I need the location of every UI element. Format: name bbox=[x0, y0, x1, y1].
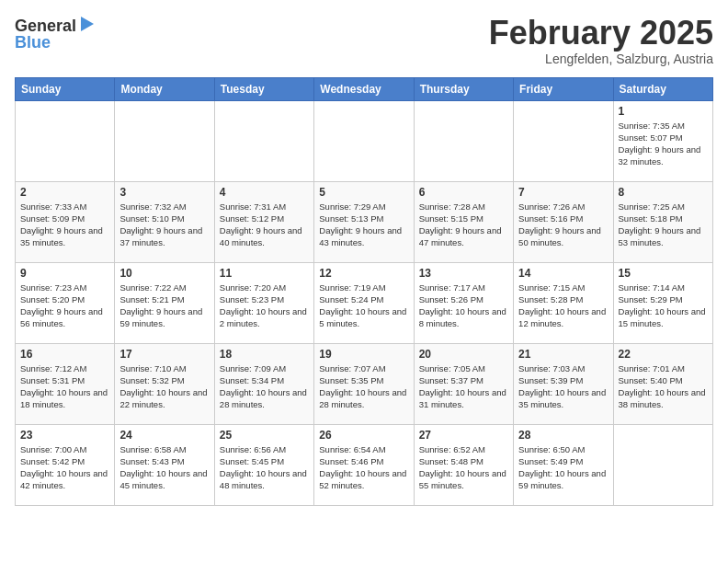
day-number: 17 bbox=[119, 348, 209, 361]
calendar-cell: 16Sunrise: 7:12 AM Sunset: 5:31 PM Dayli… bbox=[16, 343, 115, 424]
svg-text:Blue: Blue bbox=[15, 33, 51, 52]
calendar-cell: 7Sunrise: 7:26 AM Sunset: 5:16 PM Daylig… bbox=[514, 181, 613, 262]
day-number: 3 bbox=[119, 186, 209, 199]
day-info: Sunrise: 7:00 AM Sunset: 5:42 PM Dayligh… bbox=[20, 443, 109, 492]
day-info: Sunrise: 7:19 AM Sunset: 5:24 PM Dayligh… bbox=[319, 282, 408, 330]
day-info: Sunrise: 7:31 AM Sunset: 5:12 PM Dayligh… bbox=[220, 201, 309, 249]
day-info: Sunrise: 7:09 AM Sunset: 5:34 PM Dayligh… bbox=[220, 362, 309, 411]
day-number: 18 bbox=[220, 348, 309, 361]
day-number: 26 bbox=[319, 429, 408, 442]
day-info: Sunrise: 7:17 AM Sunset: 5:26 PM Dayligh… bbox=[419, 282, 508, 330]
day-number: 25 bbox=[220, 429, 309, 442]
calendar-week-1: 1Sunrise: 7:35 AM Sunset: 5:07 PM Daylig… bbox=[16, 100, 713, 181]
calendar-cell bbox=[16, 100, 115, 181]
calendar-cell: 27Sunrise: 6:52 AM Sunset: 5:48 PM Dayli… bbox=[414, 424, 513, 505]
calendar-week-4: 16Sunrise: 7:12 AM Sunset: 5:31 PM Dayli… bbox=[16, 343, 713, 424]
calendar-cell: 19Sunrise: 7:07 AM Sunset: 5:35 PM Dayli… bbox=[314, 343, 414, 424]
calendar-cell: 2Sunrise: 7:33 AM Sunset: 5:09 PM Daylig… bbox=[16, 181, 115, 262]
calendar-cell: 9Sunrise: 7:23 AM Sunset: 5:20 PM Daylig… bbox=[16, 262, 115, 343]
calendar-cell: 14Sunrise: 7:15 AM Sunset: 5:28 PM Dayli… bbox=[514, 262, 613, 343]
calendar-cell: 11Sunrise: 7:20 AM Sunset: 5:23 PM Dayli… bbox=[214, 262, 313, 343]
calendar-table: SundayMondayTuesdayWednesdayThursdayFrid… bbox=[15, 77, 713, 506]
col-header-friday: Friday bbox=[514, 77, 613, 100]
calendar-cell: 17Sunrise: 7:10 AM Sunset: 5:32 PM Dayli… bbox=[115, 343, 214, 424]
day-info: Sunrise: 7:15 AM Sunset: 5:28 PM Dayligh… bbox=[518, 282, 608, 330]
day-info: Sunrise: 7:29 AM Sunset: 5:13 PM Dayligh… bbox=[319, 201, 408, 249]
col-header-tuesday: Tuesday bbox=[214, 77, 313, 100]
day-number: 23 bbox=[20, 429, 109, 442]
calendar-cell bbox=[214, 100, 313, 181]
day-number: 7 bbox=[518, 186, 608, 199]
day-number: 8 bbox=[619, 186, 708, 199]
calendar-cell: 26Sunrise: 6:54 AM Sunset: 5:46 PM Dayli… bbox=[314, 424, 414, 505]
calendar-cell bbox=[514, 100, 613, 181]
day-info: Sunrise: 7:23 AM Sunset: 5:20 PM Dayligh… bbox=[20, 282, 109, 330]
calendar-cell: 6Sunrise: 7:28 AM Sunset: 5:15 PM Daylig… bbox=[414, 181, 513, 262]
day-number: 9 bbox=[20, 267, 109, 280]
calendar-cell: 21Sunrise: 7:03 AM Sunset: 5:39 PM Dayli… bbox=[514, 343, 613, 424]
day-info: Sunrise: 6:56 AM Sunset: 5:45 PM Dayligh… bbox=[220, 443, 309, 492]
day-number: 16 bbox=[20, 348, 109, 361]
calendar-cell: 25Sunrise: 6:56 AM Sunset: 5:45 PM Dayli… bbox=[214, 424, 313, 505]
day-info: Sunrise: 7:33 AM Sunset: 5:09 PM Dayligh… bbox=[20, 201, 109, 249]
calendar-header-row: SundayMondayTuesdayWednesdayThursdayFrid… bbox=[16, 77, 713, 100]
svg-marker-1 bbox=[81, 17, 94, 31]
day-number: 19 bbox=[319, 348, 408, 361]
calendar-week-3: 9Sunrise: 7:23 AM Sunset: 5:20 PM Daylig… bbox=[16, 262, 713, 343]
svg-text:General: General bbox=[15, 17, 76, 35]
calendar-cell: 23Sunrise: 7:00 AM Sunset: 5:42 PM Dayli… bbox=[16, 424, 115, 505]
logo: GeneralBlue bbox=[15, 15, 97, 53]
day-number: 10 bbox=[119, 267, 209, 280]
day-info: Sunrise: 7:05 AM Sunset: 5:37 PM Dayligh… bbox=[419, 362, 508, 411]
day-number: 2 bbox=[20, 186, 109, 199]
day-info: Sunrise: 7:14 AM Sunset: 5:29 PM Dayligh… bbox=[619, 282, 708, 330]
day-number: 21 bbox=[518, 348, 608, 361]
calendar-cell: 24Sunrise: 6:58 AM Sunset: 5:43 PM Dayli… bbox=[115, 424, 214, 505]
calendar-cell: 20Sunrise: 7:05 AM Sunset: 5:37 PM Dayli… bbox=[414, 343, 513, 424]
logo-svg: GeneralBlue bbox=[15, 15, 97, 53]
calendar-week-2: 2Sunrise: 7:33 AM Sunset: 5:09 PM Daylig… bbox=[16, 181, 713, 262]
day-number: 24 bbox=[119, 429, 209, 442]
day-number: 14 bbox=[518, 267, 608, 280]
day-info: Sunrise: 7:22 AM Sunset: 5:21 PM Dayligh… bbox=[119, 282, 209, 330]
day-info: Sunrise: 7:35 AM Sunset: 5:07 PM Dayligh… bbox=[619, 120, 708, 168]
day-info: Sunrise: 7:03 AM Sunset: 5:39 PM Dayligh… bbox=[518, 362, 608, 411]
day-info: Sunrise: 6:58 AM Sunset: 5:43 PM Dayligh… bbox=[119, 443, 209, 492]
day-number: 4 bbox=[220, 186, 309, 199]
calendar-week-5: 23Sunrise: 7:00 AM Sunset: 5:42 PM Dayli… bbox=[16, 424, 713, 505]
day-info: Sunrise: 6:54 AM Sunset: 5:46 PM Dayligh… bbox=[319, 443, 408, 492]
col-header-saturday: Saturday bbox=[613, 77, 712, 100]
calendar-cell: 15Sunrise: 7:14 AM Sunset: 5:29 PM Dayli… bbox=[613, 262, 712, 343]
day-info: Sunrise: 7:32 AM Sunset: 5:10 PM Dayligh… bbox=[119, 201, 209, 249]
day-info: Sunrise: 7:12 AM Sunset: 5:31 PM Dayligh… bbox=[20, 362, 109, 411]
day-number: 12 bbox=[319, 267, 408, 280]
day-number: 5 bbox=[319, 186, 408, 199]
day-number: 27 bbox=[419, 429, 508, 442]
calendar-cell: 10Sunrise: 7:22 AM Sunset: 5:21 PM Dayli… bbox=[115, 262, 214, 343]
col-header-monday: Monday bbox=[115, 77, 214, 100]
calendar-cell: 12Sunrise: 7:19 AM Sunset: 5:24 PM Dayli… bbox=[314, 262, 414, 343]
day-info: Sunrise: 7:07 AM Sunset: 5:35 PM Dayligh… bbox=[319, 362, 408, 411]
day-info: Sunrise: 6:50 AM Sunset: 5:49 PM Dayligh… bbox=[518, 443, 608, 492]
calendar-cell bbox=[115, 100, 214, 181]
calendar-cell: 5Sunrise: 7:29 AM Sunset: 5:13 PM Daylig… bbox=[314, 181, 414, 262]
calendar-cell: 22Sunrise: 7:01 AM Sunset: 5:40 PM Dayli… bbox=[613, 343, 712, 424]
calendar-cell: 18Sunrise: 7:09 AM Sunset: 5:34 PM Dayli… bbox=[214, 343, 313, 424]
day-info: Sunrise: 7:28 AM Sunset: 5:15 PM Dayligh… bbox=[419, 201, 508, 249]
day-number: 13 bbox=[419, 267, 508, 280]
day-info: Sunrise: 6:52 AM Sunset: 5:48 PM Dayligh… bbox=[419, 443, 508, 492]
month-title: February 2025 bbox=[489, 15, 713, 52]
day-info: Sunrise: 7:20 AM Sunset: 5:23 PM Dayligh… bbox=[220, 282, 309, 330]
col-header-thursday: Thursday bbox=[414, 77, 513, 100]
calendar-cell bbox=[314, 100, 414, 181]
calendar-cell: 4Sunrise: 7:31 AM Sunset: 5:12 PM Daylig… bbox=[214, 181, 313, 262]
day-number: 15 bbox=[619, 267, 708, 280]
day-number: 22 bbox=[619, 348, 708, 361]
calendar-cell bbox=[613, 424, 712, 505]
location: Lengfelden, Salzburg, Austria bbox=[489, 52, 713, 66]
day-number: 28 bbox=[518, 429, 608, 442]
calendar-cell: 28Sunrise: 6:50 AM Sunset: 5:49 PM Dayli… bbox=[514, 424, 613, 505]
day-info: Sunrise: 7:01 AM Sunset: 5:40 PM Dayligh… bbox=[619, 362, 708, 411]
calendar-cell: 8Sunrise: 7:25 AM Sunset: 5:18 PM Daylig… bbox=[613, 181, 712, 262]
page-header: GeneralBlue February 2025 Lengfelden, Sa… bbox=[15, 15, 713, 66]
